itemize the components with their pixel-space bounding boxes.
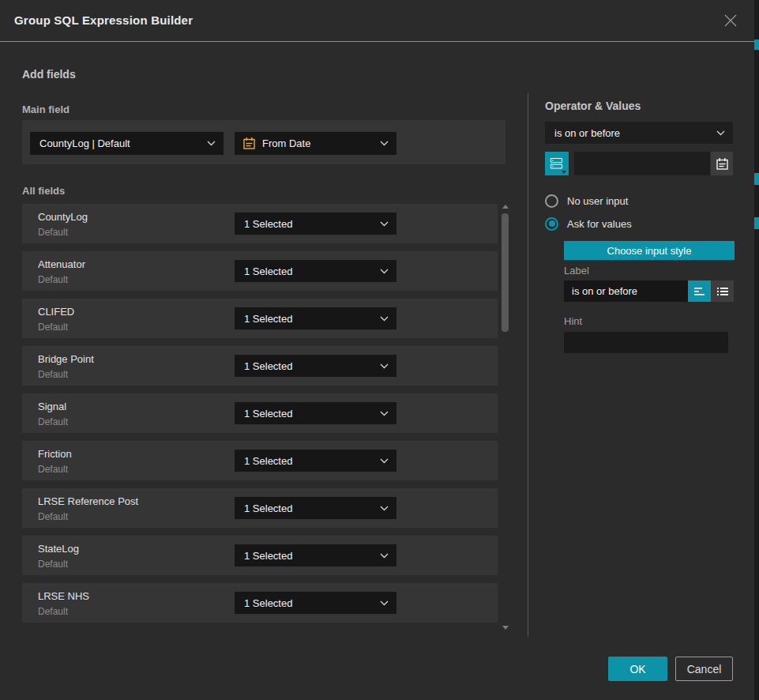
chevron-down-icon — [380, 411, 389, 416]
input-style-list-button[interactable] — [711, 280, 734, 302]
field-selected-dropdown[interactable]: 1 Selected — [235, 260, 396, 282]
main-field-panel: CountyLog | Default From Date — [22, 120, 505, 164]
bulleted-list-icon — [716, 286, 729, 297]
radio-no-user-input[interactable]: No user input — [545, 194, 628, 208]
field-name: LRSE Reference Post — [38, 495, 138, 507]
field-name: Friction — [38, 448, 72, 460]
field-selected-count: 1 Selected — [235, 502, 380, 514]
radio-ask-for-values-label: Ask for values — [567, 218, 632, 230]
field-sublabel: Default — [38, 369, 68, 380]
main-layer-dropdown[interactable]: CountyLog | Default — [30, 132, 224, 155]
field-row: Attenuator Default 1 Selected — [22, 251, 498, 291]
chevron-down-icon — [380, 506, 389, 511]
chevron-down-icon — [380, 269, 389, 274]
unique-values-button[interactable] — [545, 152, 569, 175]
field-selected-count: 1 Selected — [235, 455, 380, 467]
chevron-down-icon — [380, 316, 389, 322]
scrollbar-down-arrow[interactable] — [502, 626, 509, 630]
field-selected-count: 1 Selected — [235, 218, 380, 230]
operator-values-heading: Operator & Values — [545, 100, 641, 112]
date-value-input[interactable] — [574, 152, 710, 175]
field-row: CountyLog Default 1 Selected — [22, 204, 498, 243]
scrollbar-thumb[interactable] — [502, 213, 509, 332]
field-selected-dropdown[interactable]: 1 Selected — [235, 307, 396, 329]
chevron-down-icon — [380, 600, 389, 606]
field-selected-count: 1 Selected — [235, 597, 380, 609]
field-selected-count: 1 Selected — [235, 265, 380, 277]
dropdown-caret-icon — [562, 171, 566, 174]
field-sublabel: Default — [38, 606, 68, 617]
field-sublabel: Default — [38, 464, 68, 475]
chevron-down-icon — [380, 458, 389, 464]
label-field-input[interactable] — [564, 280, 688, 302]
field-name: Attenuator — [38, 258, 85, 270]
label-field-label: Label — [564, 265, 589, 277]
choose-input-style-button[interactable]: Choose input style — [564, 241, 735, 260]
hint-field-label: Hint — [564, 315, 582, 327]
field-row: Bridge Point Default 1 Selected — [22, 346, 498, 386]
main-field-dropdown[interactable]: From Date — [235, 132, 396, 155]
field-sublabel: Default — [38, 511, 68, 522]
field-row: LRSE NHS Default 1 Selected — [22, 583, 498, 623]
field-row: StateLog Default 1 Selected — [22, 536, 498, 575]
close-button[interactable] — [720, 10, 741, 31]
field-selected-dropdown[interactable]: 1 Selected — [235, 544, 396, 566]
background-accent-fragment — [754, 173, 759, 185]
field-selected-dropdown[interactable]: 1 Selected — [235, 592, 396, 614]
field-selected-dropdown[interactable]: 1 Selected — [235, 402, 396, 424]
background-accent-fragment — [754, 217, 759, 229]
align-left-icon — [693, 286, 706, 297]
field-sublabel: Default — [38, 416, 68, 427]
field-selected-dropdown[interactable]: 1 Selected — [235, 497, 396, 519]
field-sublabel: Default — [38, 322, 68, 333]
scrollbar-up-arrow[interactable] — [502, 205, 509, 209]
field-sublabel: Default — [38, 227, 68, 238]
field-row: LRSE Reference Post Default 1 Selected — [22, 488, 498, 528]
radio-ask-for-values[interactable]: Ask for values — [545, 216, 632, 231]
panel-divider — [528, 93, 528, 637]
dialog-title: Group SQL Expression Builder — [14, 0, 193, 41]
field-selected-count: 1 Selected — [235, 313, 380, 325]
field-row: CLIFED Default 1 Selected — [22, 299, 498, 338]
radio-no-user-input-label: No user input — [567, 195, 628, 207]
field-selected-dropdown[interactable]: 1 Selected — [235, 355, 396, 377]
field-sublabel: Default — [38, 274, 68, 285]
background-app-edge — [754, 0, 759, 700]
field-selected-dropdown[interactable]: 1 Selected — [235, 213, 396, 235]
field-sublabel: Default — [38, 559, 68, 570]
chevron-down-icon — [716, 130, 725, 136]
operator-dropdown[interactable]: is on or before — [545, 122, 733, 144]
hint-field-input[interactable] — [564, 332, 728, 353]
calendar-field-icon — [242, 137, 256, 150]
chevron-down-icon — [380, 363, 389, 369]
field-row: Friction Default 1 Selected — [22, 441, 498, 480]
ok-button[interactable]: OK — [608, 657, 667, 681]
chevron-down-icon — [207, 141, 216, 146]
dialog-titlebar: Group SQL Expression Builder — [0, 0, 754, 42]
cancel-button[interactable]: Cancel — [675, 657, 733, 681]
background-accent-fragment — [754, 40, 759, 50]
chevron-down-icon — [380, 221, 389, 227]
operator-dropdown-value: is on or before — [545, 127, 716, 139]
main-field-dropdown-value: From Date — [262, 137, 380, 149]
field-name: CLIFED — [38, 306, 74, 318]
field-selected-count: 1 Selected — [235, 360, 380, 372]
group-sql-expression-builder-dialog: Group SQL Expression Builder Add fields … — [0, 0, 754, 700]
main-field-label: Main field — [22, 103, 70, 115]
field-name: Bridge Point — [38, 353, 94, 365]
chevron-down-icon — [380, 141, 389, 146]
stacked-values-icon — [550, 157, 564, 170]
field-row: Signal Default 1 Selected — [22, 393, 498, 433]
radio-circle-icon — [545, 194, 558, 208]
field-name: CountyLog — [38, 211, 88, 223]
field-selected-dropdown[interactable]: 1 Selected — [235, 450, 396, 472]
all-fields-label: All fields — [22, 185, 65, 197]
field-name: StateLog — [38, 543, 79, 555]
main-layer-dropdown-value: CountyLog | Default — [30, 137, 207, 149]
close-icon — [721, 11, 740, 30]
date-picker-button[interactable] — [711, 152, 733, 175]
field-name: LRSE NHS — [38, 590, 89, 602]
field-selected-count: 1 Selected — [235, 550, 380, 562]
input-style-single-button[interactable] — [688, 280, 711, 302]
calendar-icon — [716, 157, 729, 171]
